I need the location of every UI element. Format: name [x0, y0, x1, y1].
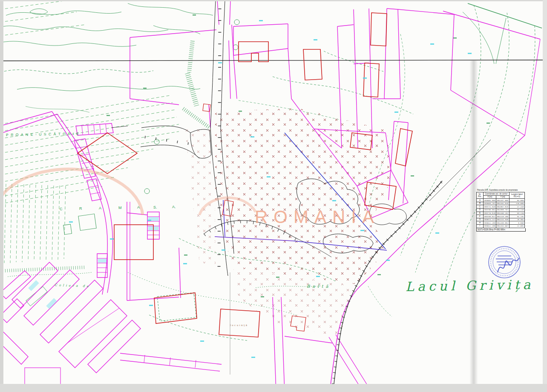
cell-y: 584265.052	[496, 221, 509, 225]
romania-watermark-text: ROMANIA	[255, 207, 380, 227]
scanned-cadastral-map-page: ROMANIA Lacul Grivița PROANE-USCĂTORIE B…	[0, 0, 547, 392]
cell-y: 584291.010	[496, 202, 509, 205]
coordinate-table-panel: Parcela (ST). Suprafata corpului de prop…	[476, 189, 527, 232]
cell-x: 333912.283	[483, 221, 496, 225]
cell-y: 584243.156	[496, 215, 509, 218]
scan-edge-bottom	[0, 384, 547, 392]
cell-y: 584367.526	[496, 205, 509, 209]
cell-x: 333758.582	[483, 208, 496, 212]
cell-d: 28.391	[509, 218, 524, 221]
cell-d: 63.110	[509, 208, 524, 212]
table-footer: S(ST)=5228.09mp P=382.680m	[476, 228, 526, 232]
scan-edge-left	[0, 0, 3, 392]
cell-x: 333963.767	[483, 202, 496, 205]
table-row: I 333912.156 584264.997 22.981	[477, 224, 525, 228]
cell-x: 333771.343	[483, 205, 496, 209]
stamp-text-lines	[496, 255, 513, 266]
marsh-label: Baltă	[307, 284, 331, 289]
cell-y: 584355.767	[496, 208, 509, 212]
cell-d: 31.231	[509, 215, 524, 218]
cell-x: 333874.217	[483, 218, 496, 221]
company-letter: M	[118, 206, 122, 210]
company-letter: S.	[153, 205, 157, 209]
col-header-y: Y [m]	[496, 195, 509, 199]
scan-fold-shadow	[469, 60, 478, 384]
cell-y: 584296.262	[496, 212, 509, 215]
col-header-length: Lungimi laturi D(i,i+1)	[509, 192, 524, 199]
company-letter: A.	[172, 205, 176, 209]
cell-d: 22.981	[509, 224, 524, 228]
table-row: A 333984.853 584287.966 54.003	[477, 199, 525, 202]
cell-x: 333783.017	[483, 215, 496, 218]
table-row: H 333912.283 584265.052 8.098	[477, 221, 525, 225]
table-row: G 333874.217 584244.340 28.391	[477, 218, 525, 221]
coordinate-table: Nr. Pct. Coordonate pct. de contur Lungi…	[476, 192, 525, 228]
company-letter: A	[137, 205, 140, 209]
cell-d: 63.219	[509, 212, 524, 215]
cell-x: 333984.853	[483, 199, 496, 202]
company-letter: C	[60, 207, 63, 211]
row-label-bottom-left: Coliera de	[55, 283, 90, 288]
cell-d: 119.986	[509, 202, 524, 205]
cell-d: 54.003	[509, 199, 524, 202]
table-row: B 333963.767 584291.010 119.986	[477, 202, 525, 205]
cell-d: 17.410	[509, 205, 524, 209]
col-header-coord-group: Coordonate pct. de contur	[483, 192, 509, 196]
cell-d: 8.098	[509, 221, 524, 225]
table-row: D 333758.582 584355.767 63.110	[477, 208, 525, 212]
map-canvas: ROMANIA Lacul Grivița PROANE-USCĂTORIE B…	[0, 0, 547, 392]
table-title: Parcela (ST). Suprafata corpului de prop…	[477, 189, 527, 192]
table-row: F 333783.017 584243.156 31.231	[477, 215, 525, 218]
cell-y: 584244.340	[496, 218, 509, 221]
table-row: E 333779.526 584296.262 63.219	[477, 212, 525, 215]
scan-edge-right	[543, 0, 547, 392]
cell-x: 333912.156	[483, 224, 496, 228]
cell-y: 584264.997	[496, 224, 509, 228]
parcel-cyan-fills-group	[28, 217, 158, 309]
cell-x: 333779.526	[483, 212, 496, 215]
zone-label-top-left: PROANE-USCĂTORIE	[6, 132, 81, 137]
scan-edge-top	[0, 0, 547, 1]
authorization-round-stamp	[489, 246, 520, 278]
greenhouse-rows-group	[4, 184, 66, 263]
company-letter: R	[79, 206, 82, 211]
table-row: C 333771.343 584367.526 17.410	[477, 205, 525, 209]
cell-y: 584287.966	[496, 199, 509, 202]
company-letters-group: C R A M A S. A.	[60, 205, 176, 211]
col-header-x: X [m]	[483, 195, 496, 199]
building-use-label: locuinţă	[230, 324, 248, 327]
company-letter: A	[99, 206, 101, 210]
